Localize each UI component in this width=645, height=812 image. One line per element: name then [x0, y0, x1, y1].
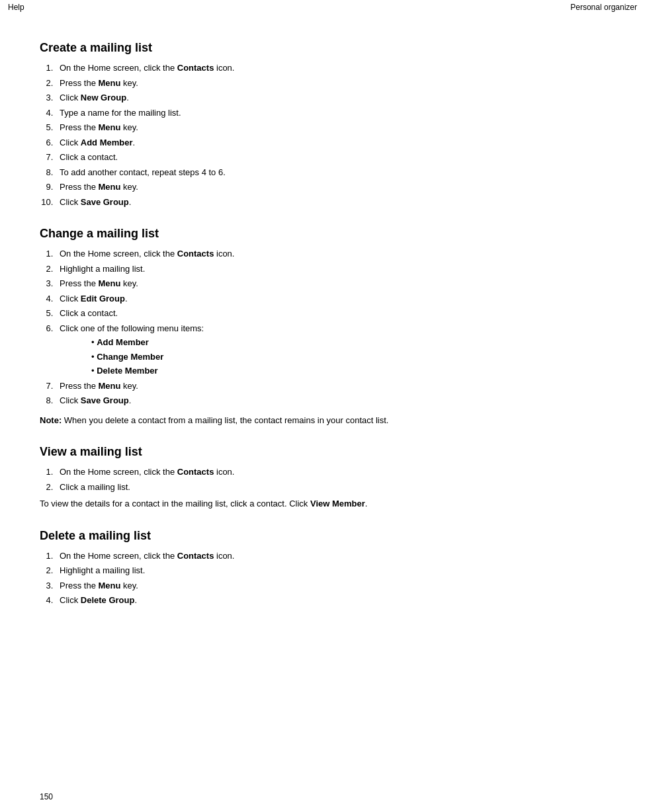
list-item: Press the Menu key.: [56, 579, 605, 592]
bold-text: Contacts: [177, 63, 214, 73]
section-title-change: Change a mailing list: [40, 227, 605, 241]
main-content: Create a mailing list On the Home screen…: [0, 15, 645, 665]
list-item: Highlight a mailing list.: [56, 263, 605, 276]
bold-text: Save Group: [81, 395, 129, 405]
list-item: On the Home screen, click the Contacts i…: [56, 549, 605, 563]
list-item: Highlight a mailing list.: [56, 564, 605, 577]
list-item: Click Save Group.: [56, 394, 605, 407]
bold-text: Add Member: [97, 337, 149, 347]
list-item: Click Save Group.: [56, 196, 605, 209]
bold-text: Menu: [99, 182, 121, 192]
bold-text: Menu: [99, 381, 121, 391]
header-right-label: Personal organizer: [570, 3, 637, 12]
list-item: Click Edit Group.: [56, 292, 605, 305]
list-item: Press the Menu key.: [56, 77, 605, 90]
list-item: Add Member: [91, 336, 605, 349]
bold-text: Edit Group: [81, 294, 125, 304]
section-title-delete: Delete a mailing list: [40, 529, 605, 543]
section-title-create: Create a mailing list: [40, 41, 605, 55]
bold-text: Contacts: [177, 249, 214, 259]
note-text: Note: When you delete a contact from a m…: [40, 414, 605, 427]
bold-text: View Member: [310, 499, 365, 508]
list-item: Click a mailing list.: [56, 481, 605, 494]
sub-bullet-list: Add Member Change Member Delete Member: [91, 336, 605, 378]
list-item: Press the Menu key.: [56, 121, 605, 134]
bold-text: Delete Member: [97, 366, 157, 376]
section-title-view: View a mailing list: [40, 445, 605, 459]
section-view-mailing-list: View a mailing list On the Home screen, …: [40, 445, 605, 510]
bold-text: Save Group: [81, 197, 129, 207]
delete-steps-list: On the Home screen, click the Contacts i…: [56, 549, 605, 607]
list-item: To add another contact, repeat steps 4 t…: [56, 166, 605, 179]
bold-text: Add Member: [81, 138, 133, 147]
list-item: Press the Menu key.: [56, 181, 605, 194]
page-footer: 150: [40, 792, 53, 801]
bold-text: Change Member: [97, 352, 163, 362]
note-label: Note:: [40, 415, 62, 425]
create-steps-list: On the Home screen, click the Contacts i…: [56, 61, 605, 208]
change-steps-list: On the Home screen, click the Contacts i…: [56, 247, 605, 407]
bold-text: Menu: [99, 122, 121, 132]
list-item: Type a name for the mailing list.: [56, 106, 605, 120]
bold-text: Contacts: [177, 467, 214, 477]
bold-text: Menu: [99, 581, 121, 590]
list-item: Delete Member: [91, 364, 605, 378]
bold-text: New Group: [81, 93, 126, 102]
list-item: Press the Menu key.: [56, 277, 605, 290]
view-steps-list: On the Home screen, click the Contacts i…: [56, 466, 605, 493]
view-para: To view the details for a contact in the…: [40, 497, 605, 510]
list-item: Click Delete Group.: [56, 594, 605, 607]
list-item: On the Home screen, click the Contacts i…: [56, 247, 605, 261]
list-item: Click New Group.: [56, 91, 605, 104]
list-item: Click Add Member.: [56, 136, 605, 149]
bold-text: Menu: [99, 78, 121, 88]
page-header: Help Personal organizer: [0, 0, 645, 15]
section-change-mailing-list: Change a mailing list On the Home screen…: [40, 227, 605, 426]
section-delete-mailing-list: Delete a mailing list On the Home screen…: [40, 529, 605, 607]
list-item: On the Home screen, click the Contacts i…: [56, 466, 605, 479]
bold-text: Contacts: [177, 551, 214, 561]
list-item: Change Member: [91, 350, 605, 364]
list-item: On the Home screen, click the Contacts i…: [56, 61, 605, 75]
list-item: Click one of the following menu items: A…: [56, 322, 605, 378]
list-item: Click a contact.: [56, 151, 605, 164]
bold-text: Menu: [99, 278, 121, 288]
header-left-label: Help: [8, 3, 24, 12]
list-item: Press the Menu key.: [56, 380, 605, 393]
page-number: 150: [40, 792, 53, 801]
bold-text: Delete Group: [81, 595, 135, 605]
section-create-mailing-list: Create a mailing list On the Home screen…: [40, 41, 605, 208]
list-item: Click a contact.: [56, 307, 605, 320]
